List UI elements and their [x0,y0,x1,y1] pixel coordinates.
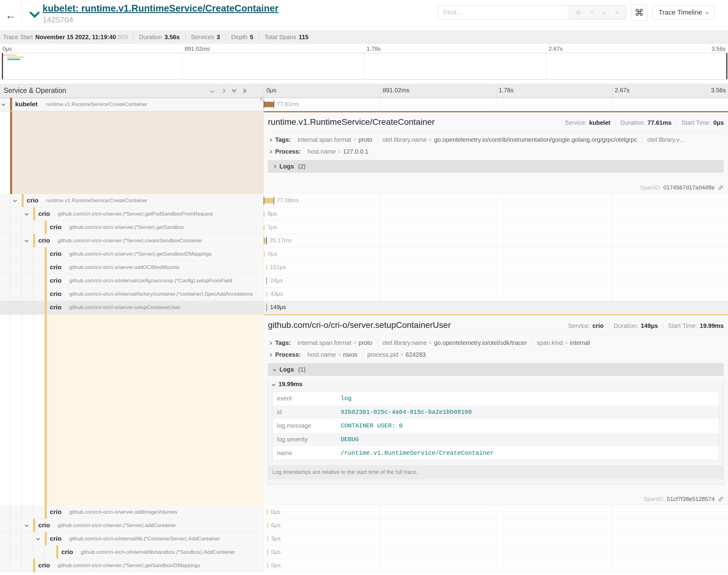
span-timeline-cell[interactable]: 43μs [264,288,728,301]
chevron-down-icon[interactable] [36,536,40,540]
span-duration: 0μs [268,250,277,257]
span-duration: 77.08ms [277,197,299,204]
span-name-cell[interactable]: criogithub.com/cri-o/cri-o/internal/fact… [0,288,264,301]
span-row[interactable]: criogithub.com/cri-o/cri-o/server.(*Serv… [0,519,728,532]
trace-title-block: kubelet: runtime.v1.RuntimeService/Creat… [30,0,278,25]
span-row[interactable]: criogithub.com/cri-o/cri-o/internal/fact… [0,288,728,301]
expand-all-icon[interactable] [233,90,236,92]
span-timeline-cell[interactable]: 24μs [264,274,728,288]
span-bar[interactable] [267,536,268,542]
span-name-cell[interactable]: criogithub.com/cri-o/cri-o/internal/lib.… [0,532,264,546]
tags-section[interactable]: Tags: internal.span.format=protootel.lib… [268,136,724,143]
collapse-all-icon[interactable] [243,89,246,92]
log-entry-timestamp[interactable]: 19.99ms [272,381,723,388]
overview-canvas[interactable] [0,53,728,79]
chevron-down-icon[interactable] [13,198,17,202]
span-row[interactable]: criogithub.com/cri-o/cri-o/internal/conf… [0,274,728,288]
span-bar[interactable] [264,102,274,107]
span-row[interactable]: criogithub.com/cri-o/cri-o/server.(*Serv… [0,247,728,261]
tag-item: otel.library.v… [642,136,690,143]
span-timeline-cell[interactable]: 6μs [264,519,728,532]
find-input[interactable] [438,5,568,20]
span-row[interactable]: kubeletruntime.v1.RuntimeService/CreateC… [0,98,728,111]
span-timeline-cell[interactable]: 3μs [264,532,728,546]
span-timeline-cell[interactable]: 20.17ms [264,234,728,247]
span-name-cell[interactable]: criogithub.com/cri-o/cri-o/server.(*Serv… [0,221,264,234]
service-name: crio [38,237,50,244]
chevron-down-icon[interactable] [25,523,29,527]
span-timeline-cell[interactable]: 0μs [264,247,728,261]
span-timeline-cell[interactable]: 0μs [264,546,728,559]
span-row[interactable]: criogithub.com/cri-o/cri-o/server.(*Serv… [0,207,728,221]
span-bar[interactable] [266,292,267,297]
timeline-ticks-header: 0μs891.02ms1.78s2.67s3.56s [264,84,728,97]
span-row[interactable]: criogithub.com/cri-o/cri-o/server.addIma… [0,505,728,519]
locate-icon[interactable] [575,9,582,16]
link-icon[interactable] [718,496,724,502]
operation-name: runtime.v1.RuntimeService/CreateContaine… [46,198,147,204]
view-selector-button[interactable]: Trace Timeline [652,5,715,20]
span-bar[interactable] [267,509,268,515]
overview-left-scrubber[interactable] [2,53,3,79]
span-name-cell[interactable]: criogithub.com/cri-o/cri-o/internal/lib/… [0,546,264,559]
span-bar[interactable] [266,265,267,270]
logs-section-collapsed[interactable]: Logs (2) [268,160,724,173]
span-timeline-cell[interactable]: 149μs [264,301,728,314]
span-bar[interactable] [267,523,268,528]
logs-section-expanded[interactable]: Logs (1) [268,363,724,376]
process-section[interactable]: Process: host.name=nixosprocess.pid=6242… [268,351,724,358]
span-name-cell[interactable]: criogithub.com/cri-o/cri-o/server.(*Serv… [0,207,264,221]
span-name-cell[interactable]: criogithub.com/cri-o/cri-o/server.addOCI… [0,261,264,274]
span-timeline-cell[interactable]: 0μs [264,559,728,572]
span-timeline-cell[interactable]: 1μs [264,221,728,234]
link-icon[interactable] [718,184,724,191]
chevron-down-icon[interactable] [2,102,5,106]
span-bar[interactable] [264,198,274,203]
span-bar[interactable] [267,563,268,568]
chevron-down-icon[interactable] [25,212,29,215]
collapse-header-chevron-icon[interactable] [30,9,38,17]
span-bar[interactable] [264,225,265,230]
find-clear-icon[interactable]: × [615,9,619,16]
span-timeline-cell[interactable]: 151μs [264,261,728,274]
span-bar[interactable] [264,251,265,257]
log-field-key: name [273,446,336,460]
span-name-cell[interactable]: criogithub.com/cri-o/cri-o/server.(*Serv… [0,234,264,247]
find-next-icon[interactable] [602,10,606,14]
span-name-cell[interactable]: kubeletruntime.v1.RuntimeService/CreateC… [0,98,264,111]
timeline-tick: 891.02ms [380,84,380,97]
span-name-cell[interactable]: criogithub.com/cri-o/cri-o/server.(*Serv… [0,519,264,532]
overview-right-scrubber[interactable] [726,53,727,79]
span-timeline-cell[interactable]: 77.61ms [264,98,728,111]
span-row[interactable]: criogithub.com/cri-o/cri-o/server.setupC… [0,301,728,314]
span-timeline-cell[interactable]: 8μs [264,207,728,221]
span-row[interactable]: criogithub.com/cri-o/cri-o/internal/lib.… [0,532,728,546]
tags-section[interactable]: Tags: internal.span.format=protootel.lib… [268,339,724,346]
span-row[interactable]: criogithub.com/cri-o/cri-o/server.(*Serv… [0,234,728,247]
collapse-one-level-icon[interactable] [222,89,225,92]
keyboard-shortcuts-button[interactable]: ⌘ [631,4,648,21]
column-resizer[interactable] [261,97,263,101]
span-name-cell[interactable]: criogithub.com/cri-o/cri-o/server.(*Serv… [0,559,264,572]
span-name-cell[interactable]: crioruntime.v1.RuntimeService/CreateCont… [0,194,264,207]
span-timeline-cell[interactable]: 0μs [264,505,728,519]
expand-one-level-icon[interactable] [211,89,214,92]
span-row[interactable]: criogithub.com/cri-o/cri-o/internal/lib/… [0,546,728,559]
find-prev-icon[interactable] [590,10,594,14]
span-row[interactable]: criogithub.com/cri-o/cri-o/server.addOCI… [0,261,728,274]
span-name-cell[interactable]: criogithub.com/cri-o/cri-o/server.(*Serv… [0,247,264,261]
process-section[interactable]: Process: host.name=127.0.0.1 [268,148,724,155]
span-bar[interactable] [267,549,268,555]
chevron-down-icon[interactable] [25,238,29,242]
span-row[interactable]: crioruntime.v1.RuntimeService/CreateCont… [0,194,728,207]
span-name-cell[interactable]: criogithub.com/cri-o/cri-o/server.setupC… [0,301,264,314]
trace-title-link[interactable]: kubelet: runtime.v1.RuntimeService/Creat… [42,2,278,14]
span-name-cell[interactable]: criogithub.com/cri-o/cri-o/internal/conf… [0,274,264,288]
span-timeline-cell[interactable]: 77.08ms [264,194,728,207]
service-color-bar [33,559,35,572]
span-row[interactable]: criogithub.com/cri-o/cri-o/server.(*Serv… [0,559,728,572]
span-bar[interactable] [264,211,265,217]
back-button[interactable]: ← [0,0,22,30]
span-name-cell[interactable]: criogithub.com/cri-o/cri-o/server.addIma… [0,505,264,519]
span-row[interactable]: criogithub.com/cri-o/cri-o/server.(*Serv… [0,221,728,234]
